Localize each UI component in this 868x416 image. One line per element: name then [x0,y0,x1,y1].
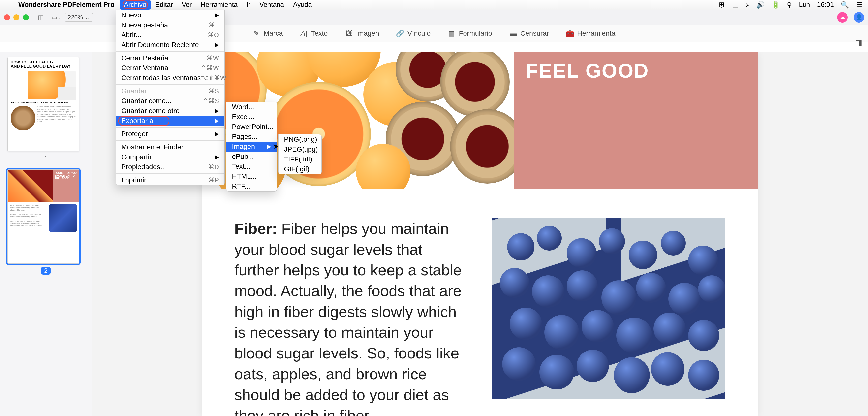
archivo-item-guardar-como[interactable]: Guardar como...⇧⌘S [116,96,224,106]
form-icon: ▦ [448,30,455,37]
image-icon: 🖼 [345,30,352,37]
menu-ir[interactable]: Ir [242,0,255,10]
image-format-submenu: PNG(.png)JPEG(.jpg)TIFF(.tiff)GIF(.gif) [278,134,322,174]
archivo-item-guardar[interactable]: Guardar⌘S [116,86,224,96]
export-item-word[interactable]: Word... [226,102,277,112]
archivo-item-mostrar-en-el-finder[interactable]: Mostrar en el Finder [116,142,224,152]
thumb1-sidebar-graphic [58,87,75,100]
menu-herramienta[interactable]: Herramienta [196,0,242,10]
export-item-pages[interactable]: Pages... [226,132,277,142]
close-button[interactable] [4,14,10,20]
archivo-item-compartir[interactable]: Compartir▶ [116,152,224,162]
image-format-item-jpeg-jpg[interactable]: JPEG(.jpg) [279,144,321,154]
export-item-powerpoint[interactable]: PowerPoint... [226,122,277,132]
thumb2-pink-panel: FOODS THAT YOU SHOULD EAT TO FEEL GOOD [53,170,79,202]
menu-ventana[interactable]: Ventana [255,0,288,10]
bluetooth-icon[interactable]: ᚛ [746,1,749,9]
menu-editar[interactable]: Editar [151,0,177,10]
user-avatar-icon[interactable]: 👤 [854,12,864,23]
archivo-item-nuevo[interactable]: Nuevo▶ [116,10,224,20]
grid-icon[interactable]: ▦ [732,1,739,9]
redact-icon: ▬ [509,30,517,37]
link-icon: 🔗 [397,30,404,37]
export-item-rtf[interactable]: RTF... [226,181,277,191]
fiber-text: Fiber helps you maintain your blood suga… [235,220,462,416]
right-panel-icon[interactable]: ◨ [855,38,862,47]
thumb1-subheading: AND FEEL GOOD EVERY DAY [8,64,79,70]
thumb2-blueberry-image [49,204,76,232]
toolbox-icon: 🧰 [566,30,574,37]
archivo-item-abrir-dcumento-reciente[interactable]: Abrir Dcumento Reciente▶ [116,40,224,50]
clock-time[interactable]: 16:01 [817,1,834,9]
archivo-item-propiedades[interactable]: Propiedades...⌘D [116,162,224,172]
sidebar-toggle-icon[interactable]: ◫ [37,13,44,21]
export-item-text[interactable]: Text... [226,161,277,171]
export-item-imagen[interactable]: Imagen▶ [226,142,277,152]
archivo-dropdown: Nuevo▶Nueva pestaña⌘TAbrir...⌘OAbrir Dcu… [116,10,225,185]
volume-icon[interactable]: 🔊 [756,1,765,9]
shield-icon[interactable]: ⛨ [719,1,725,9]
control-center-icon[interactable]: ☰ [856,1,862,9]
tool-texto[interactable]: A|Texto [300,30,328,37]
zoom-control[interactable]: 220%⌄ [64,13,93,22]
archivo-item-cerrar-todas-las-ventanas[interactable]: Cerrar todas las ventanas⌥⇧⌘W [116,73,224,83]
thumbnail-panel: HOW TO EAT HEALTHY AND FEEL GOOD EVERY D… [0,52,92,416]
archivo-item-proteger[interactable]: Proteger▶ [116,129,224,139]
menu-ver[interactable]: Ver [177,0,196,10]
page-thumbnail-2[interactable]: FOODS THAT YOU SHOULD EAT TO FEEL GOOD F… [7,170,80,264]
pencil-icon: ✎ [253,30,260,37]
archivo-item-abrir[interactable]: Abrir...⌘O [116,30,224,40]
menu-archivo[interactable]: Archivo [120,0,151,10]
blueberry-image [492,218,725,399]
page-number-1: 1 [7,154,84,162]
export-item-epub[interactable]: ePub... [226,152,277,161]
image-format-item-tiff-tiff[interactable]: TIFF(.tiff) [279,154,321,164]
pdf-page: FEEL GOOD Fiber: Fiber helps you maintai… [202,52,757,416]
tool-censurar[interactable]: ▬Censurar [509,30,549,37]
thumb1-heading: HOW TO EAT HEALTHY [8,57,79,64]
minimize-button[interactable] [13,14,19,20]
tool-herramienta[interactable]: 🧰Herramienta [566,30,615,37]
view-mode-icon[interactable]: ▭⌄ [53,13,61,21]
mac-menubar: Wondershare PDFelement Pro Archivo Edita… [0,0,868,10]
page-thumbnail-1[interactable]: HOW TO EAT HEALTHY AND FEEL GOOD EVERY D… [7,57,80,151]
image-format-item-png-png[interactable]: PNG(.png) [279,135,321,144]
body-text: Fiber: Fiber helps you maintain your blo… [235,218,467,416]
app-name: Wondershare PDFelement Pro [13,1,120,9]
page-number-2: 2 [41,267,51,275]
archivo-item-exportar-a[interactable]: Exportar a▶ [116,116,224,126]
clock-day[interactable]: Lun [799,1,810,9]
fiber-label: Fiber: [235,220,277,237]
battery-icon[interactable]: 🔋 [772,1,780,9]
thumb2-fruit-image [8,170,53,202]
archivo-item-cerrar-ventana[interactable]: Cerrar Ventana⇧⌘W [116,63,224,73]
tool-vinculo[interactable]: 🔗Vínculo [397,30,431,37]
image-format-item-gif-gif[interactable]: GIF(.gif) [279,164,321,174]
export-item-excel[interactable]: Excel... [226,112,277,122]
archivo-item-nueva-pesta-a[interactable]: Nueva pestaña⌘T [116,20,224,30]
hero-title: FEEL GOOD [526,60,745,82]
archivo-item-guardar-como-otro[interactable]: Guardar como otro▶ [116,106,224,116]
export-submenu: Word...Excel...PowerPoint...Pages...Imag… [226,102,277,191]
text-icon: A| [300,30,308,37]
body-columns: Fiber: Fiber helps you maintain your blo… [202,188,757,416]
archivo-item-imprimir[interactable]: Imprimir...⌘P [116,175,224,185]
search-icon[interactable]: 🔍 [841,1,849,9]
hero-pink-panel: FEEL GOOD [514,52,757,188]
menu-ayuda[interactable]: Ayuda [288,0,316,10]
tool-imagen[interactable]: 🖼Imagen [345,30,379,37]
export-item-html[interactable]: HTML... [226,171,277,181]
archivo-item-cerrar-pesta-a[interactable]: Cerrar Pestaña⌘W [116,53,224,63]
thumb1-coffee-image [11,106,35,130]
cloud-sync-icon[interactable]: ☁ [837,12,848,23]
wifi-icon[interactable]: ⚲ [787,1,792,9]
tool-formulario[interactable]: ▦Formulario [448,30,492,37]
fullscreen-button[interactable] [23,14,29,20]
tool-marca[interactable]: ✎Marca [253,30,283,37]
